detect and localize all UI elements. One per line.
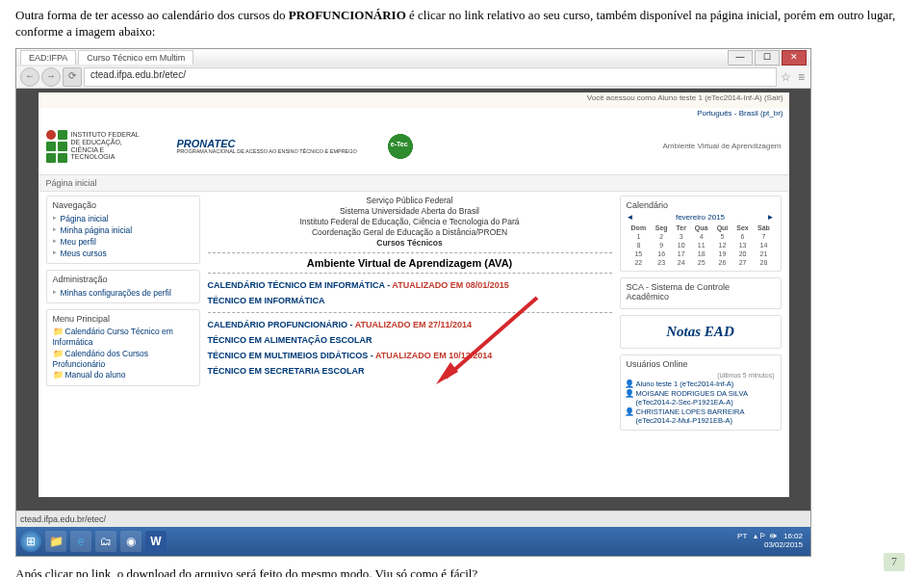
course-link[interactable]: TÉCNICO EM ALIMENTAÇÃO ESCOLAR	[208, 332, 612, 348]
browser-tab[interactable]: Curso Técnico em Multim	[78, 50, 193, 65]
course-link[interactable]: CALENDÁRIO PROFUNCIONÁRIO - ATUALIZADO E…	[208, 317, 612, 332]
course-link[interactable]: TÉCNICO EM MULTIMEIOS DIDÁTICOS - ATUALI…	[208, 348, 612, 363]
notas-block: Notas EAD	[620, 315, 782, 349]
bookmark-icon[interactable]: ☆ ≡	[781, 70, 807, 84]
etec-logo	[386, 132, 415, 161]
cal-month: fevereiro 2015	[676, 213, 725, 222]
system-tray: PT ▴ 🏳 🕪 16:02 03/02/2015	[737, 533, 807, 550]
close-button[interactable]: ✕	[782, 50, 807, 66]
folder-icon: 📁	[53, 349, 64, 358]
reload-button[interactable]: ⟳	[63, 67, 82, 87]
admin-item[interactable]: Minhas configurações de perfil	[53, 287, 193, 299]
notas-ead-link[interactable]: Notas EAD	[627, 320, 775, 344]
browser-viewport: Você acessou como Aluno teste 1 (eTec201…	[16, 89, 810, 511]
window-controls: — ☐ ✕	[728, 50, 807, 66]
tray-date: 03/02/2015	[764, 540, 803, 549]
sidebar-left: Navegação Página inicial Minha página in…	[46, 196, 200, 436]
pronatec-sub: PROGRAMA NACIONAL DE ACESSO AO ENSINO TÉ…	[177, 149, 357, 155]
admin-block: Administração Minhas configurações de pe…	[46, 270, 200, 303]
menu-block: Menu Principal 📁Calendário Curso Técnico…	[46, 309, 200, 386]
nav-title: Navegação	[53, 200, 193, 210]
login-status: Você acessou como Aluno teste 1 (eTec201…	[38, 92, 789, 108]
cal-prev[interactable]: ◄	[627, 213, 634, 222]
calendar-table: DomSegTerQuaQuiSexSáb 123456789101112131…	[627, 223, 775, 267]
menu-item[interactable]: 📁Manual do aluno	[53, 370, 193, 381]
header-line: Instituto Federal de Educação, Ciência e…	[208, 217, 612, 227]
closing-line: Após clicar no link, o download do arqui…	[15, 566, 909, 577]
header-subtitle: Ambiente Virtual de Aprendizagem	[662, 142, 781, 150]
browser-status-bar: ctead.ifpa.edu.br/etec/	[16, 511, 810, 527]
ie-icon[interactable]: e	[70, 531, 91, 552]
main-columns: Navegação Página inicial Minha página in…	[38, 192, 789, 440]
online-sub: (últimos 5 minutos)	[627, 372, 775, 379]
menu-item[interactable]: 📁Calendário Curso Técnico em Informática	[53, 327, 193, 349]
instruction-paragraph: Outra forma de ter acesso ao calendário …	[15, 8, 909, 40]
tray-time: 16:02	[783, 532, 803, 540]
nav-block: Navegação Página inicial Minha página in…	[46, 196, 200, 264]
folder-icon[interactable]: 🗂	[95, 531, 116, 552]
webpage: Você acessou como Aluno teste 1 (eTec201…	[38, 92, 789, 497]
browser-window: EAD:IFPA Curso Técnico em Multim — ☐ ✕ ←…	[15, 48, 811, 557]
chrome-icon[interactable]: ◉	[120, 531, 141, 552]
browser-titlebar: EAD:IFPA Curso Técnico em Multim — ☐ ✕	[16, 49, 810, 66]
nav-item[interactable]: Meus cursos	[53, 248, 193, 259]
back-button[interactable]: ←	[20, 67, 39, 87]
site-header: INSTITUTO FEDERAL DE EDUCAÇÃO, CIÊNCIA E…	[38, 118, 789, 175]
word-icon[interactable]: W	[145, 531, 167, 552]
header-line: Sistema Universidade Aberta do Brasil	[208, 206, 612, 217]
maximize-button[interactable]: ☐	[755, 50, 780, 66]
address-bar-row: ← → ⟳ ctead.ifpa.edu.br/etec/ ☆ ≡	[16, 66, 810, 89]
course-link[interactable]: TÉCNICO EM SECRETARIA ESCOLAR	[208, 363, 612, 379]
online-user[interactable]: MOISANE RODRIGUES DA SILVA (eTec2014-2-S…	[627, 389, 775, 407]
language-selector[interactable]: Português - Brasil (pt_br)	[38, 108, 789, 118]
if-logo-text: INSTITUTO FEDERAL DE EDUCAÇÃO, CIÊNCIA E…	[71, 131, 148, 161]
center-header: Serviço Público Federal Sistema Universi…	[208, 196, 612, 249]
cal-next[interactable]: ►	[767, 213, 775, 222]
instruction-bold: PROFUNCIONÁRIO	[289, 8, 406, 22]
tray-lang[interactable]: PT	[737, 532, 747, 540]
center-column: Serviço Público Federal Sistema Universi…	[208, 196, 612, 436]
windows-taskbar: ⊞ 📁 e 🗂 ◉ W PT ▴ 🏳 🕪 16:02 03/02/2015	[16, 527, 810, 556]
page-number: 7	[884, 553, 905, 571]
sidebar-right: Calendário ◄ fevereiro 2015 ► DomSegTerQ…	[620, 196, 782, 436]
explorer-icon[interactable]: 📁	[45, 531, 66, 552]
online-user[interactable]: Aluno teste 1 (eTec2014-Inf-A)	[627, 380, 775, 388]
sca-title: SCA - Sistema de Controle Acadêmico	[627, 282, 775, 302]
browser-tab[interactable]: EAD:IFPA	[20, 50, 76, 65]
ava-title: Ambiente Virtual de Aprendizagem (AVA)	[208, 257, 612, 269]
header-line: Coordenação Geral de Educação a Distânci…	[208, 227, 612, 238]
nav-item[interactable]: Meu perfil	[53, 236, 193, 248]
minimize-button[interactable]: —	[728, 50, 753, 66]
if-logo: INSTITUTO FEDERAL DE EDUCAÇÃO, CIÊNCIA E…	[46, 130, 148, 163]
header-line: Cursos Técnicos	[208, 238, 612, 249]
nav-item[interactable]: Página inicial	[53, 213, 193, 224]
course-link[interactable]: CALENDÁRIO TÉCNICO EM INFORMÁTICA - ATUA…	[208, 277, 612, 293]
pronatec-logo: PRONATEC PROGRAMA NACIONAL DE ACESSO AO …	[177, 138, 357, 155]
start-button[interactable]: ⊞	[20, 531, 41, 552]
folder-icon: 📁	[53, 327, 64, 336]
calendar-block: Calendário ◄ fevereiro 2015 ► DomSegTerQ…	[620, 196, 782, 272]
forward-button[interactable]: →	[41, 67, 61, 87]
url-input[interactable]: ctead.ifpa.edu.br/etec/	[84, 67, 777, 87]
online-users-block: Usuários Online (últimos 5 minutos) Alun…	[620, 354, 782, 431]
header-line: Serviço Público Federal	[208, 196, 612, 206]
closing-paragraph: Após clicar no link, o download do arqui…	[15, 566, 909, 577]
folder-icon: 📁	[53, 370, 64, 380]
online-user[interactable]: CHRISTIANE LOPES BARREIRA (eTec2014-2-Mu…	[627, 407, 775, 425]
online-title: Usuários Online	[627, 359, 775, 369]
status-text: ctead.ifpa.edu.br/etec/	[20, 514, 106, 524]
sca-block: SCA - Sistema de Controle Acadêmico	[620, 277, 782, 309]
etec-icon	[386, 132, 415, 161]
nav-item[interactable]: Minha página inicial	[53, 224, 193, 236]
instruction-pre: Outra forma de ter acesso ao calendário …	[15, 8, 289, 22]
admin-title: Administração	[53, 275, 193, 284]
course-link[interactable]: TÉCNICO EM INFORMÁTICA	[208, 293, 612, 308]
menu-item[interactable]: 📁Calendário dos Cursos Profuncionário	[53, 349, 193, 371]
menu-title: Menu Principal	[53, 314, 193, 324]
calendar-title: Calendário	[627, 200, 775, 210]
breadcrumb: Página inicial	[38, 175, 789, 192]
